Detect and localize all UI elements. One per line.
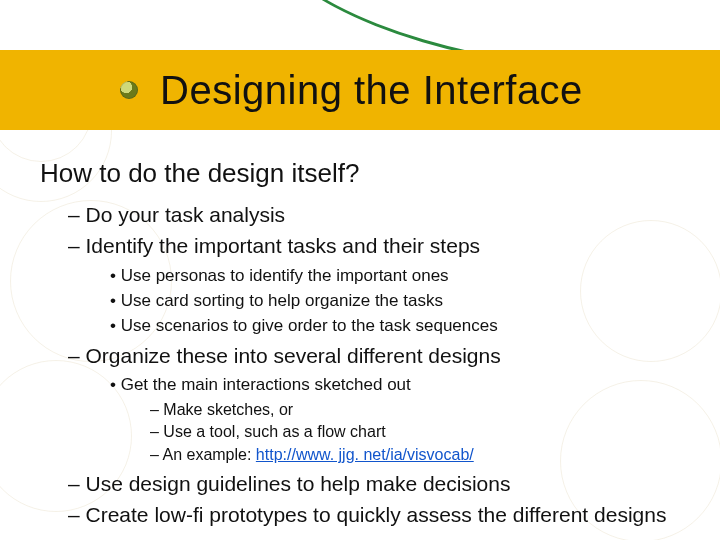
slide-title: Designing the Interface bbox=[160, 68, 583, 113]
subsubbullet-example: An example: http://www. jjg. net/ia/visv… bbox=[40, 444, 700, 466]
bullet-task-analysis: Do your task analysis bbox=[40, 201, 700, 229]
example-link[interactable]: http://www. jjg. net/ia/visvocab/ bbox=[256, 446, 474, 463]
subbullet-scenarios: Use scenarios to give order to the task … bbox=[40, 315, 700, 338]
bullet-identify-tasks: Identify the important tasks and their s… bbox=[40, 232, 700, 260]
subsubbullet-use-tool: Use a tool, such as a flow chart bbox=[40, 421, 700, 443]
title-band: Designing the Interface bbox=[0, 50, 720, 130]
subbullet-card-sorting: Use card sorting to help organize the ta… bbox=[40, 290, 700, 313]
subbullet-sketch-interactions: Get the main interactions sketched out bbox=[40, 374, 700, 397]
subbullet-personas: Use personas to identify the important o… bbox=[40, 265, 700, 288]
bullet-lowfi-prototypes: Create low-fi prototypes to quickly asse… bbox=[40, 501, 700, 529]
section-heading: How to do the design itself? bbox=[40, 156, 700, 191]
subsubbullet-make-sketches: Make sketches, or bbox=[40, 399, 700, 421]
title-bullet-icon bbox=[120, 81, 138, 99]
bullet-design-guidelines: Use design guidelines to help make decis… bbox=[40, 470, 700, 498]
bullet-organize-designs: Organize these into several different de… bbox=[40, 342, 700, 370]
slide-body: How to do the design itself? Do your tas… bbox=[40, 150, 700, 532]
